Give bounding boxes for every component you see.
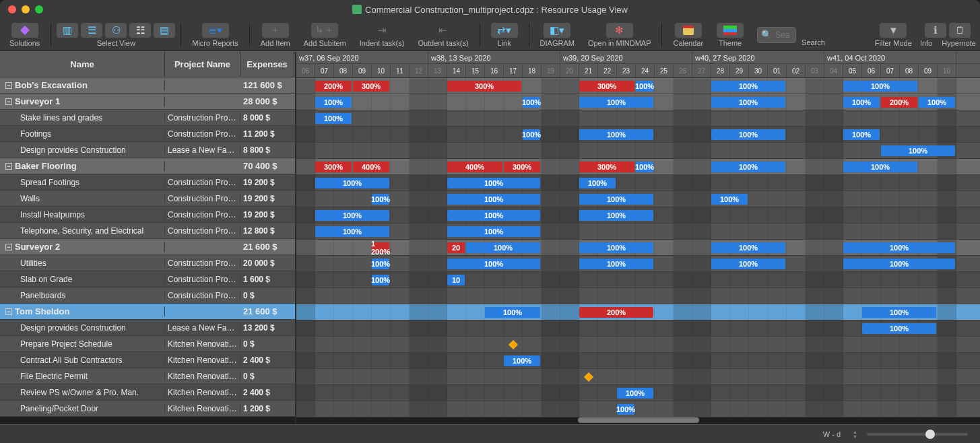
theme-button[interactable]: Theme [711, 22, 749, 48]
zoom-window[interactable] [35, 5, 43, 13]
gantt-row[interactable]: 100% [296, 385, 980, 401]
table-row[interactable]: FootingsConstruction Project11 200 $ [0, 126, 295, 142]
allocation-bar[interactable]: 100% [617, 404, 634, 415]
gantt-row[interactable]: 100%100%100%100%100%200%100% [296, 94, 980, 110]
table-row[interactable]: −Bob's Excavation121 600 $ [0, 77, 295, 94]
table-row[interactable]: Install HeatpumpsConstruction Project19 … [0, 207, 295, 223]
allocation-bar[interactable]: 100% [372, 275, 389, 285]
col-name[interactable]: Name [0, 52, 165, 77]
allocation-bar[interactable]: 100% [636, 81, 653, 92]
allocation-bar[interactable]: 100% [579, 129, 653, 140]
table-row[interactable]: −Surveyor 221 600 $ [0, 239, 295, 255]
table-row[interactable]: File Electric PermitKitchen Renovation0 … [0, 368, 295, 384]
view-2-icon[interactable]: ☰ [81, 23, 102, 38]
table-row[interactable]: Slab on GradeConstruction Project1 600 $ [0, 271, 295, 287]
gantt-chart[interactable]: w37, 06 Sep 2020w38, 13 Sep 2020w39, 20 … [296, 52, 980, 424]
filter-mode-button[interactable]: ▼ Filter Mode [870, 22, 917, 48]
gantt-row[interactable]: 100%100%100% [296, 175, 980, 191]
horizontal-scrollbar[interactable] [296, 417, 980, 424]
allocation-bar[interactable]: 100% [504, 355, 540, 366]
allocation-bar[interactable]: 300% [315, 162, 352, 172]
table-row[interactable]: −Surveyor 128 000 $ [0, 94, 295, 110]
indent-button[interactable]: ⇥ Indent task(s) [354, 22, 410, 48]
allocation-bar[interactable]: 100% [315, 113, 352, 124]
table-row[interactable]: WallsConstruction Project19 200 $ [0, 191, 295, 207]
allocation-bar[interactable]: 100% [711, 194, 748, 205]
gantt-row[interactable] [296, 369, 980, 385]
gantt-row[interactable]: 100%100%100%100% [296, 127, 980, 143]
table-row[interactable]: −Baker Flooring70 400 $ [0, 158, 295, 174]
allocation-bar[interactable]: 100% [711, 242, 785, 253]
allocation-bar[interactable]: 100% [523, 129, 540, 140]
allocation-bar[interactable]: 100% [711, 129, 785, 140]
col-project[interactable]: Project Name [165, 52, 240, 77]
outdent-button[interactable]: ⇤ Outdent task(s) [412, 22, 473, 48]
allocation-bar[interactable]: 100% [711, 162, 785, 172]
gantt-row[interactable]: 100% [296, 401, 980, 417]
col-expenses[interactable]: Expenses [240, 52, 294, 77]
allocation-bar[interactable]: 100% [579, 194, 653, 205]
collapse-toggle[interactable]: − [5, 244, 12, 250]
allocation-bar[interactable]: 200% [315, 81, 352, 92]
gantt-row[interactable]: 100%10 [296, 272, 980, 288]
allocation-bar[interactable]: 300% [447, 81, 521, 92]
table-row[interactable]: Design provides ConstructionLease a New … [0, 320, 295, 336]
gantt-row[interactable]: 100%100%100% [296, 207, 980, 224]
gantt-row[interactable]: 100%200%100% [296, 304, 980, 320]
allocation-bar[interactable]: 400% [353, 162, 389, 172]
allocation-bar[interactable]: 100% [447, 210, 540, 221]
link-button[interactable]: ⇄▾ Link [486, 22, 523, 48]
allocation-bar[interactable]: 100% [711, 97, 785, 108]
table-row[interactable]: −Tom Sheldon21 600 $ [0, 304, 295, 320]
allocation-bar[interactable]: 100% [579, 242, 653, 253]
table-row[interactable]: Spread FootingsConstruction Project19 20… [0, 174, 295, 191]
allocation-bar[interactable]: 100% [447, 226, 540, 237]
allocation-bar[interactable]: 100% [843, 129, 880, 140]
search-field[interactable]: 🔍 [757, 27, 796, 43]
allocation-bar[interactable]: 100% [315, 210, 389, 221]
allocation-bar[interactable]: 300% [504, 162, 540, 172]
view-3-icon[interactable]: ⚇ [105, 23, 127, 38]
allocation-bar[interactable]: 100% [919, 97, 955, 108]
add-item-button[interactable]: ＋ Add Item [255, 22, 296, 48]
gantt-row[interactable]: 300%400%400%300%300%100%100%100% [296, 159, 980, 175]
allocation-bar[interactable]: 100% [862, 307, 936, 318]
collapse-toggle[interactable]: − [5, 82, 12, 89]
table-row[interactable]: Contract All Sub ContractorsKitchen Reno… [0, 352, 295, 368]
allocation-bar[interactable]: 100% [579, 178, 616, 189]
table-row[interactable]: Design provides ConstructionLease a New … [0, 142, 295, 158]
allocation-bar[interactable]: 10 [447, 275, 465, 285]
mindmap-button[interactable]: ✻ Open in MINDMAP [583, 22, 657, 48]
gantt-row[interactable]: 100%100% [296, 224, 980, 240]
allocation-bar[interactable]: 100% [711, 81, 785, 92]
table-row[interactable]: PanelboardsConstruction Project0 $ [0, 287, 295, 304]
gantt-row[interactable]: 200%300%300%300%100%100%100% [296, 78, 980, 94]
allocation-bar[interactable]: 200% [579, 307, 653, 318]
zoom-slider[interactable] [867, 433, 968, 436]
micro-reports-button[interactable]: ≣▾ Micro Reports [187, 22, 243, 48]
allocation-bar[interactable]: 100% [447, 178, 540, 189]
gantt-row[interactable]: 100% [296, 320, 980, 337]
table-row[interactable]: UtilitiesConstruction Project20 000 $ [0, 255, 295, 271]
zoom-stepper[interactable]: ▲▼ [853, 430, 857, 439]
table-row[interactable]: Paneling/Pocket DoorKitchen Renovation1 … [0, 401, 295, 417]
allocation-bar[interactable]: 100% [372, 259, 389, 269]
collapse-toggle[interactable]: − [5, 163, 12, 170]
allocation-bar[interactable]: 100% [315, 178, 389, 189]
allocation-bar[interactable]: 1 200% [372, 242, 389, 253]
allocation-bar[interactable]: 100% [523, 97, 540, 108]
gantt-row[interactable]: 100%100%100%100% [296, 191, 980, 207]
allocation-bar[interactable]: 20 [447, 242, 465, 253]
view-1-icon[interactable]: ▥ [57, 23, 78, 38]
add-subitem-button[interactable]: ↳＋ Add Subitem [298, 22, 352, 48]
table-row[interactable]: Stake lines and gradesConstruction Proje… [0, 110, 295, 126]
allocation-bar[interactable]: 100% [315, 226, 389, 237]
allocation-bar[interactable]: 100% [881, 145, 955, 156]
allocation-bar[interactable]: 100% [617, 388, 653, 399]
gantt-row[interactable]: 100% [296, 110, 980, 127]
collapse-toggle[interactable]: − [5, 98, 12, 105]
allocation-bar[interactable]: 100% [843, 242, 955, 253]
calendar-button[interactable]: Calendar [667, 22, 709, 48]
gantt-row[interactable] [296, 288, 980, 304]
allocation-bar[interactable]: 100% [466, 242, 540, 253]
